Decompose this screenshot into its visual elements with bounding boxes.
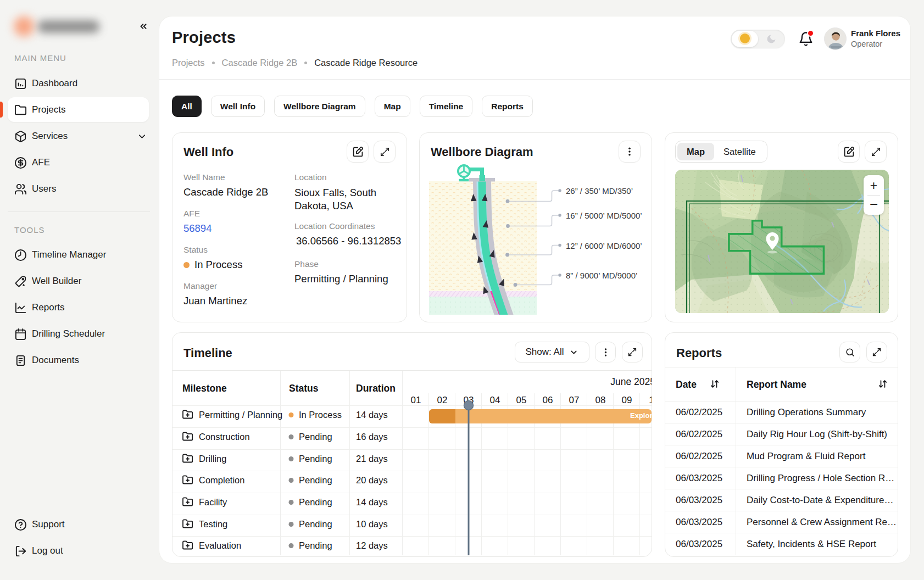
svg-text:06/02/2025: 06/02/2025	[676, 451, 722, 461]
svg-text:Daily Cost-to-Date & Expenditu: Daily Cost-to-Date & Expenditure…	[747, 495, 893, 505]
svg-text:02: 02	[437, 395, 448, 405]
svg-text:8” / 9000’ MD/9000’: 8” / 9000’ MD/9000’	[566, 271, 637, 280]
svg-text:06/02/2025: 06/02/2025	[676, 407, 722, 417]
svg-text:Personnel & Crew Assignment Re: Personnel & Crew Assignment Re…	[747, 517, 897, 527]
svg-text:Date: Date	[676, 379, 697, 390]
svg-text:Duration: Duration	[356, 383, 396, 394]
svg-text:16” / 5000’ MD/5000’: 16” / 5000’ MD/5000’	[566, 211, 642, 220]
svg-text:06/03/2025: 06/03/2025	[676, 539, 722, 549]
svg-text:04: 04	[490, 395, 500, 405]
svg-text:14 days: 14 days	[356, 410, 388, 420]
svg-text:Pending: Pending	[299, 497, 332, 507]
svg-text:Daily Rig Hour Log (Shift-by-S: Daily Rig Hour Log (Shift-by-Shift)	[747, 429, 887, 439]
svg-text:Testing: Testing	[199, 519, 227, 529]
svg-text:05: 05	[516, 395, 527, 405]
svg-text:Drilling Operations Summary: Drilling Operations Summary	[747, 407, 866, 417]
svg-text:12 days: 12 days	[356, 540, 388, 550]
svg-text:20 days: 20 days	[356, 475, 388, 485]
svg-text:06/03/2025: 06/03/2025	[676, 517, 722, 527]
svg-text:In Process: In Process	[299, 410, 342, 420]
svg-text:Pending: Pending	[299, 475, 332, 485]
svg-text:Evaluation: Evaluation	[199, 540, 241, 550]
svg-text:06/02/2025: 06/02/2025	[676, 429, 722, 439]
svg-text:06/03/2025: 06/03/2025	[676, 473, 722, 483]
svg-text:Construction: Construction	[199, 432, 250, 442]
svg-text:June 2025: June 2025	[610, 376, 652, 387]
svg-text:Mud Program & Fluid Report: Mud Program & Fluid Report	[747, 451, 866, 461]
svg-text:Report Name: Report Name	[747, 379, 806, 390]
svg-text:1: 1	[649, 395, 652, 405]
svg-text:Drilling Progress / Hole Secti: Drilling Progress / Hole Section R…	[747, 473, 894, 483]
svg-text:Pending: Pending	[299, 519, 332, 529]
svg-text:06/03/2025: 06/03/2025	[676, 495, 722, 505]
svg-text:Completion: Completion	[199, 475, 244, 485]
svg-text:Milestone: Milestone	[182, 383, 227, 394]
svg-text:Pending: Pending	[299, 432, 332, 442]
svg-text:21 days: 21 days	[356, 454, 388, 464]
svg-text:Pending: Pending	[299, 540, 332, 550]
svg-text:07: 07	[569, 395, 580, 405]
svg-text:Explorat: Explorat	[630, 411, 652, 420]
svg-text:14 days: 14 days	[356, 497, 388, 507]
svg-text:12” / 6000’ MD/6000’: 12” / 6000’ MD/6000’	[566, 241, 642, 250]
svg-text:26” / 350’ MD/350’: 26” / 350’ MD/350’	[566, 186, 633, 196]
svg-text:Status: Status	[289, 383, 319, 394]
svg-text:08: 08	[595, 395, 606, 405]
svg-text:06: 06	[543, 395, 553, 405]
svg-text:Drilling: Drilling	[199, 454, 226, 464]
svg-text:16 days: 16 days	[356, 432, 388, 442]
svg-text:09: 09	[622, 395, 632, 405]
svg-text:Facility: Facility	[199, 497, 227, 507]
svg-text:Pending: Pending	[299, 454, 332, 464]
svg-text:10 days: 10 days	[356, 519, 388, 529]
svg-text:Safety, Incidents & HSE Report: Safety, Incidents & HSE Report	[747, 539, 876, 549]
svg-text:01: 01	[411, 395, 421, 405]
svg-text:Permitting / Planning: Permitting / Planning	[199, 410, 282, 420]
